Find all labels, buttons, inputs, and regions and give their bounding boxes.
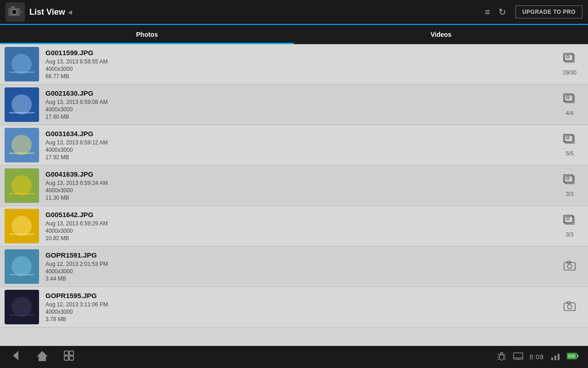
svg-point-51	[567, 305, 571, 309]
svg-point-11	[566, 55, 569, 58]
photo-dimensions: 4000x3000	[45, 106, 556, 113]
time-display: 8:08	[530, 353, 544, 361]
photo-filename: G0021630.JPG	[45, 89, 556, 97]
photo-thumbnail	[5, 209, 39, 243]
photo-dimensions: 4000x3000	[45, 228, 556, 234]
svg-rect-69	[551, 357, 553, 360]
svg-point-13	[11, 94, 32, 115]
svg-point-27	[11, 175, 32, 196]
photo-date: Aug 13, 2013 6:59:12 AM	[45, 139, 556, 146]
svg-rect-71	[558, 354, 560, 360]
screen-icon	[513, 351, 523, 363]
photo-info: GOPR1591.JPGAug 12, 2013 2:01:53 PM4000x…	[45, 251, 556, 282]
svg-line-60	[504, 354, 506, 355]
photo-filename: GOPR1591.JPG	[45, 251, 556, 259]
upgrade-button[interactable]: UPGRADE TO PRO	[515, 6, 582, 18]
list-item[interactable]: G0041639.JPGAug 13, 2013 6:59:24 AM4000x…	[0, 166, 588, 206]
svg-point-2	[13, 11, 16, 13]
svg-point-32	[566, 177, 569, 179]
photo-badge	[556, 299, 583, 315]
photo-size: 11.30 MB	[45, 195, 556, 201]
photo-thumbnail	[5, 47, 39, 81]
tabs-bar: Photos Videos	[0, 25, 588, 44]
photo-size: 66.77 MB	[45, 73, 556, 80]
svg-point-34	[11, 216, 32, 236]
photo-badge: 3/3	[556, 215, 583, 238]
svg-rect-4	[11, 6, 15, 8]
photo-info: G0031634.JPGAug 13, 2013 6:59:12 AM4000x…	[45, 130, 556, 161]
svg-point-47	[11, 297, 32, 317]
logo-area: List View	[6, 2, 65, 22]
photo-size: 3.44 MB	[45, 276, 556, 282]
photo-badge: 3/3	[556, 174, 583, 197]
photo-info: GOPR1595.JPGAug 12, 2013 3:11:06 PM4000x…	[45, 292, 556, 322]
camera-single-icon	[563, 299, 576, 315]
photo-thumbnail	[5, 290, 39, 324]
photo-list: G0011599.JPGAug 13, 2013 6:58:55 AM4000x…	[0, 44, 588, 346]
photo-filename: G0041639.JPG	[45, 170, 556, 178]
recent-nav-button[interactable]	[62, 349, 75, 365]
bug-icon	[497, 351, 507, 363]
photo-dimensions: 4000x3000	[45, 268, 556, 275]
photo-date: Aug 13, 2013 6:59:08 AM	[45, 99, 556, 105]
svg-rect-56	[64, 356, 68, 360]
burst-count: 5/5	[566, 150, 574, 157]
tab-photos[interactable]: Photos	[0, 25, 294, 44]
nav-left-buttons	[9, 349, 75, 365]
svg-rect-66	[514, 353, 523, 359]
svg-rect-74	[568, 354, 576, 358]
tab-videos[interactable]: Videos	[294, 25, 588, 44]
camera-single-icon	[563, 259, 576, 275]
svg-point-39	[566, 217, 569, 220]
burst-icon	[563, 174, 576, 190]
svg-point-58	[499, 354, 504, 360]
svg-point-45	[567, 264, 571, 268]
bottom-navigation-bar: 8:08	[0, 346, 588, 368]
svg-rect-3	[20, 10, 23, 13]
photo-filename: G0031634.JPG	[45, 130, 556, 138]
photo-date: Aug 13, 2013 6:58:55 AM	[45, 58, 556, 65]
status-icons: 8:08	[497, 351, 579, 363]
photo-date: Aug 13, 2013 6:59:24 AM	[45, 180, 556, 186]
app-logo	[6, 2, 25, 22]
app-title: List View	[29, 7, 65, 17]
list-item[interactable]: G0031634.JPGAug 13, 2013 6:59:12 AM4000x…	[0, 125, 588, 166]
photo-info: G0041639.JPGAug 13, 2013 6:59:24 AM4000x…	[45, 170, 556, 201]
photo-filename: G0051642.JPG	[45, 211, 556, 218]
back-nav-button[interactable]	[9, 349, 22, 365]
list-item[interactable]: G0021630.JPGAug 13, 2013 6:59:08 AM4000x…	[0, 85, 588, 125]
signal-icon	[550, 351, 560, 363]
svg-point-18	[566, 96, 569, 98]
svg-rect-55	[69, 351, 74, 355]
photo-thumbnail	[5, 249, 39, 284]
sort-icon[interactable]: ≡	[485, 7, 490, 17]
burst-count: 3/3	[566, 231, 574, 238]
burst-icon	[563, 215, 576, 230]
refresh-icon[interactable]: ↻	[498, 6, 506, 17]
photo-dimensions: 4000x3000	[45, 66, 556, 72]
burst-count: 3/3	[566, 191, 574, 197]
photo-filename: G0011599.JPG	[45, 49, 556, 57]
photo-dimensions: 4000x3000	[45, 309, 556, 315]
photo-date: Aug 12, 2013 3:11:06 PM	[45, 301, 556, 308]
burst-icon	[563, 134, 576, 150]
header: List View ◂ ≡ ↻ UPGRADE TO PRO	[0, 0, 588, 25]
svg-rect-73	[577, 355, 578, 357]
list-item[interactable]: G0051642.JPGAug 13, 2013 6:59:29 AM4000x…	[0, 206, 588, 247]
photo-size: 3.78 MB	[45, 316, 556, 322]
battery-icon	[567, 352, 579, 362]
svg-marker-52	[13, 351, 18, 360]
photo-filename: GOPR1595.JPG	[45, 292, 556, 299]
list-item[interactable]: G0011599.JPGAug 13, 2013 6:58:55 AM4000x…	[0, 44, 588, 85]
svg-rect-54	[64, 351, 68, 355]
svg-point-20	[11, 135, 32, 155]
home-nav-button[interactable]	[36, 349, 49, 365]
svg-line-63	[498, 359, 499, 360]
nav-arrow-icon: ◂	[68, 7, 72, 17]
photo-badge: 5/5	[556, 134, 583, 157]
list-item[interactable]: GOPR1595.JPGAug 12, 2013 3:11:06 PM4000x…	[0, 287, 588, 328]
photo-date: Aug 12, 2013 2:01:53 PM	[45, 261, 556, 267]
burst-count: 4/4	[566, 110, 574, 116]
photo-info: G0051642.JPGAug 13, 2013 6:59:29 AM4000x…	[45, 211, 556, 242]
list-item[interactable]: GOPR1591.JPGAug 12, 2013 2:01:53 PM4000x…	[0, 247, 588, 287]
